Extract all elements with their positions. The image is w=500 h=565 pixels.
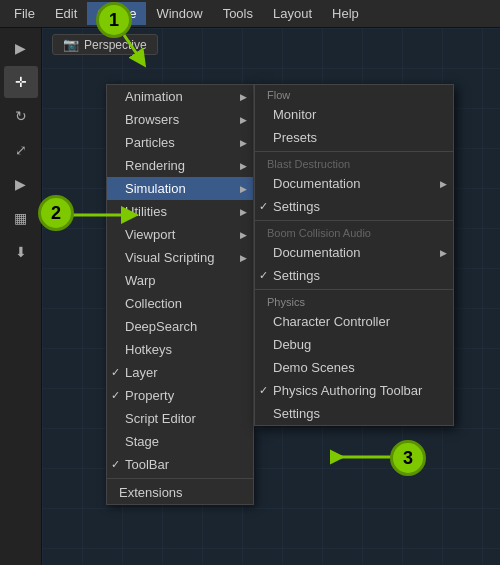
toolbar-scale[interactable]: ⤢ (4, 134, 38, 166)
badge-2: 2 (38, 195, 74, 231)
menu-warp[interactable]: Warp (107, 269, 253, 292)
menu-blast-settings[interactable]: Settings (255, 195, 453, 218)
toolbar-select[interactable]: ▶ (4, 32, 38, 64)
toolbar-grid[interactable]: ▦ (4, 202, 38, 234)
camera-icon: 📷 (63, 37, 79, 52)
menu-simulation[interactable]: Simulation (107, 177, 253, 200)
create-dropdown: Animation Browsers Particles Rendering S… (106, 84, 254, 505)
menu-layer[interactable]: Layer (107, 361, 253, 384)
menu-browsers[interactable]: Browsers (107, 108, 253, 131)
menu-layout[interactable]: Layout (263, 2, 322, 25)
section-blast: Blast Destruction (255, 154, 453, 172)
menu-physics-demo[interactable]: Demo Scenes (255, 356, 453, 379)
menu-animation[interactable]: Animation (107, 85, 253, 108)
menu-collection[interactable]: Collection (107, 292, 253, 315)
sep-3 (255, 289, 453, 290)
menu-physics-character[interactable]: Character Controller (255, 310, 453, 333)
menu-physics-settings[interactable]: Settings (255, 402, 453, 425)
menu-physics-debug[interactable]: Debug (255, 333, 453, 356)
svg-line-0 (124, 35, 141, 60)
menu-blast-docs[interactable]: Documentation (255, 172, 453, 195)
section-flow: Flow (255, 85, 453, 103)
toolbar-down[interactable]: ⬇ (4, 236, 38, 268)
toolbar-move[interactable]: ✛ (4, 66, 38, 98)
menu-flow-monitor[interactable]: Monitor (255, 103, 453, 126)
menu-particles[interactable]: Particles (107, 131, 253, 154)
menu-rendering[interactable]: Rendering (107, 154, 253, 177)
menu-visual-scripting[interactable]: Visual Scripting (107, 246, 253, 269)
menu-help[interactable]: Help (322, 2, 369, 25)
menu-script-editor[interactable]: Script Editor (107, 407, 253, 430)
menu-property[interactable]: Property (107, 384, 253, 407)
menu-stage[interactable]: Stage (107, 430, 253, 453)
menu-flow-presets[interactable]: Presets (255, 126, 453, 149)
menu-deepsearch[interactable]: DeepSearch (107, 315, 253, 338)
menu-extensions[interactable]: Extensions (107, 481, 253, 504)
menu-toolbar[interactable]: ToolBar (107, 453, 253, 476)
toolbar-play[interactable]: ▶ (4, 168, 38, 200)
badge-2-arrow (68, 205, 148, 225)
menu-physics-authoring[interactable]: Physics Authoring Toolbar (255, 379, 453, 402)
menu-window[interactable]: Window (146, 2, 212, 25)
menu-tools[interactable]: Tools (213, 2, 263, 25)
toolbar-rotate[interactable]: ↻ (4, 100, 38, 132)
main-area: ▶ ✛ ↻ ⤢ ▶ ▦ ⬇ 📷 Perspective Animation Br… (0, 28, 500, 565)
menu-boom-settings[interactable]: Settings (255, 264, 453, 287)
badge-3: 3 (390, 440, 426, 476)
section-physics: Physics (255, 292, 453, 310)
menu-edit[interactable]: Edit (45, 2, 87, 25)
menu-file[interactable]: File (4, 2, 45, 25)
left-toolbar: ▶ ✛ ↻ ⤢ ▶ ▦ ⬇ (0, 28, 42, 565)
sep-1 (255, 151, 453, 152)
menu-hotkeys[interactable]: Hotkeys (107, 338, 253, 361)
badge-1: 1 (96, 2, 132, 38)
menu-bar: File Edit Create Window Tools Layout Hel… (0, 0, 500, 28)
separator-extensions (107, 478, 253, 479)
menu-boom-docs[interactable]: Documentation (255, 241, 453, 264)
menu-viewport[interactable]: Viewport (107, 223, 253, 246)
section-boom: Boom Collision Audio (255, 223, 453, 241)
sep-2 (255, 220, 453, 221)
simulation-submenu: Flow Monitor Presets Blast Destruction D… (254, 84, 454, 426)
